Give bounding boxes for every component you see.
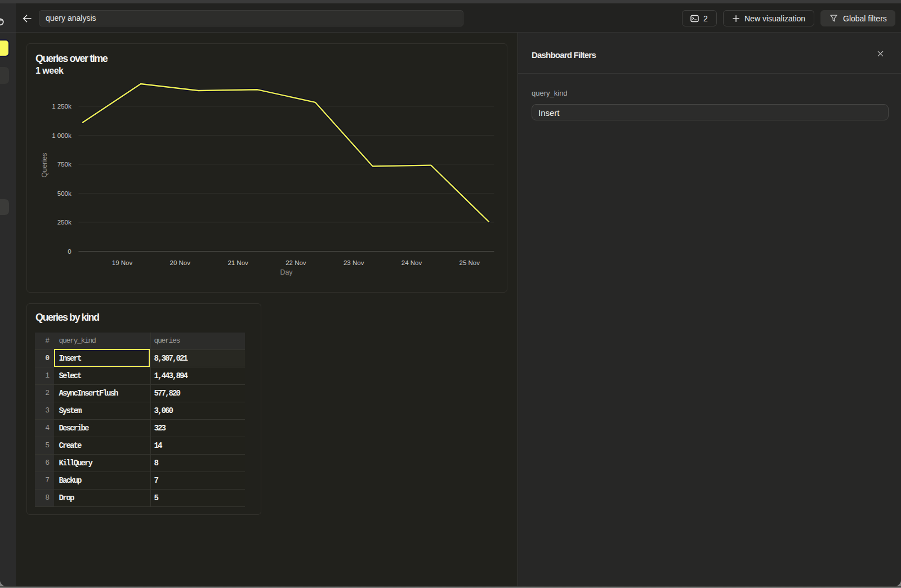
svg-text:24 Nov: 24 Nov [402, 259, 422, 266]
svg-text:22 Nov: 22 Nov [286, 259, 306, 266]
svg-text:21 Nov: 21 Nov [228, 259, 248, 266]
svg-text:1 250k: 1 250k [52, 103, 72, 110]
svg-text:750k: 750k [57, 161, 72, 168]
svg-text:25 Nov: 25 Nov [460, 259, 480, 266]
svg-text:0: 0 [68, 248, 71, 255]
svg-text:23 Nov: 23 Nov [344, 259, 364, 266]
svg-text:Day: Day [280, 268, 293, 276]
svg-text:20 Nov: 20 Nov [170, 259, 191, 266]
svg-text:1 000k: 1 000k [52, 132, 72, 139]
svg-text:Queries: Queries [41, 153, 48, 178]
svg-text:19 Nov: 19 Nov [112, 259, 133, 266]
svg-text:250k: 250k [57, 219, 72, 226]
svg-text:500k: 500k [57, 190, 72, 197]
